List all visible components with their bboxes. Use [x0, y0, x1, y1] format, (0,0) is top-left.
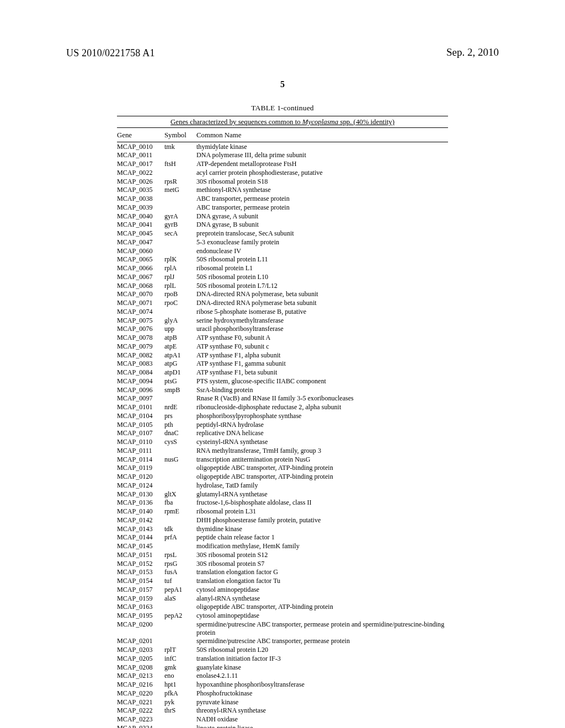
- cell-common-name: replicative DNA helicase: [196, 429, 448, 438]
- cell-gene: MCAP_0143: [117, 524, 164, 533]
- table-row: MCAP_0130gltXglutamyl-tRNA synthetase: [117, 490, 448, 499]
- cell-common-name: hypoxanthine phosphoribosyltransferase: [196, 681, 448, 689]
- cell-symbol: eno: [164, 672, 196, 681]
- table-row: MCAP_0195pepA2cytosol aminopeptidase: [117, 612, 448, 620]
- cell-gene: MCAP_0213: [117, 672, 164, 681]
- cell-symbol: pfkA: [164, 689, 196, 698]
- table-row: MCAP_0153fusAtranslation elongation fact…: [117, 568, 448, 577]
- cell-symbol: [164, 307, 196, 316]
- cell-common-name: oligopeptide ABC transporter, ATP-bindin…: [196, 464, 448, 473]
- table-row: MCAP_0111RNA methyltransferase, TrmH fam…: [117, 446, 448, 455]
- table-row: MCAP_0097Rnase R (VacB) and RNase II fam…: [117, 394, 448, 403]
- cell-common-name: ATP synthase F0, subunit c: [196, 342, 448, 351]
- cell-symbol: pth: [164, 420, 196, 429]
- cell-gene: MCAP_0220: [117, 689, 164, 698]
- cell-gene: MCAP_0078: [117, 334, 164, 342]
- table-row: MCAP_0163oligopeptide ABC transporter, A…: [117, 603, 448, 612]
- table-row: MCAP_0041gyrBDNA gyrase, B subunit: [117, 221, 448, 229]
- cell-symbol: atpB: [164, 334, 196, 342]
- table-row: MCAP_0203rplT50S ribosomal protein L20: [117, 646, 448, 655]
- cell-symbol: ptsG: [164, 377, 196, 386]
- cell-symbol: [164, 151, 196, 160]
- table-subtitle: Genes characterized by sequences common …: [117, 118, 448, 126]
- cell-gene: MCAP_0075: [117, 316, 164, 325]
- cell-symbol: nusG: [164, 455, 196, 464]
- cell-symbol: rplJ: [164, 272, 196, 281]
- table-row: MCAP_0201spermidine/putrescine ABC trans…: [117, 637, 448, 646]
- table-row: MCAP_0220pfkAPhosphofructokinase: [117, 689, 448, 698]
- cell-common-name: SsrA-binding protein: [196, 386, 448, 394]
- cell-gene: MCAP_0153: [117, 568, 164, 577]
- table-row: MCAP_0038ABC transporter, permease prote…: [117, 195, 448, 204]
- cell-gene: MCAP_0060: [117, 247, 164, 255]
- table-row: MCAP_0208gmkguanylate kinase: [117, 663, 448, 672]
- cell-gene: MCAP_0221: [117, 698, 164, 706]
- cell-common-name: hydrolase, TatD family: [196, 481, 448, 490]
- table-row: MCAP_0083atpGATP synthase F1, gamma subu…: [117, 360, 448, 368]
- table-row: MCAP_0076uppuracil phosphoribosyltransfe…: [117, 325, 448, 334]
- cell-symbol: [164, 446, 196, 455]
- cell-symbol: ftsH: [164, 160, 196, 169]
- table-subtitle-pre: Genes characterized by sequences common …: [170, 118, 302, 126]
- table-row: MCAP_0068rplL50S ribosomal protein L7/L1…: [117, 281, 448, 290]
- table-row: MCAP_0142DHH phosphoesterase family prot…: [117, 516, 448, 524]
- genes-table: Gene Symbol Common Name MCAP_0010tmkthym…: [117, 129, 448, 728]
- page-header: US 2010/0221758 A1 Sep. 2, 2010: [61, 34, 504, 61]
- table-row: MCAP_0096smpBSsrA-binding protein: [117, 386, 448, 394]
- cell-common-name: modification methylase, HemK family: [196, 542, 448, 551]
- cell-gene: MCAP_0022: [117, 168, 164, 177]
- cell-gene: MCAP_0097: [117, 394, 164, 403]
- table-row: MCAP_0205infCtranslation initiation fact…: [117, 654, 448, 663]
- cell-common-name: oligopeptide ABC transporter, ATP-bindin…: [196, 473, 448, 481]
- cell-common-name: DNA polymerase III, delta prime subunit: [196, 151, 448, 160]
- cell-gene: MCAP_0107: [117, 429, 164, 438]
- cell-common-name: pyruvate kinase: [196, 698, 448, 706]
- table-row: MCAP_0223NADH oxidase: [117, 715, 448, 724]
- table-row: MCAP_0222thrSthreonyl-tRNA synthetase: [117, 706, 448, 715]
- cell-common-name: lipoate-protein ligase: [196, 724, 448, 728]
- table-row: MCAP_0035metGmethionyl-tRNA synthetase: [117, 186, 448, 195]
- cell-gene: MCAP_0094: [117, 377, 164, 386]
- publication-number: US 2010/0221758 A1: [66, 47, 155, 59]
- page-number: 5: [61, 79, 504, 89]
- cell-gene: MCAP_0201: [117, 637, 164, 646]
- cell-common-name: NADH oxidase: [196, 715, 448, 724]
- cell-common-name: guanylate kinase: [196, 663, 448, 672]
- cell-common-name: 50S ribosomal protein L7/L12: [196, 281, 448, 290]
- cell-symbol: secA: [164, 229, 196, 238]
- col-common-name: Common Name: [196, 129, 448, 142]
- cell-common-name: acyl carrier protein phosphodiesterase, …: [196, 168, 448, 177]
- cell-symbol: atpE: [164, 342, 196, 351]
- cell-gene: MCAP_0130: [117, 490, 164, 499]
- cell-symbol: [164, 168, 196, 177]
- cell-common-name: spermidine/putrescine ABC transporter, p…: [196, 637, 448, 646]
- cell-gene: MCAP_0208: [117, 663, 164, 672]
- table-row: MCAP_0151rpsL30S ribosomal protein S12: [117, 550, 448, 559]
- cell-common-name: PTS system, glucose-specific IIABC compo…: [196, 377, 448, 386]
- cell-common-name: oligopeptide ABC transporter, ATP-bindin…: [196, 603, 448, 612]
- cell-symbol: [164, 481, 196, 490]
- cell-common-name: ABC transporter, permease protein: [196, 195, 448, 204]
- cell-gene: MCAP_0216: [117, 681, 164, 689]
- cell-common-name: ATP synthase F0, subunit A: [196, 334, 448, 342]
- table-row: MCAP_0213enoenolase4.2.1.11: [117, 672, 448, 681]
- cell-common-name: peptidyl-tRNA hydrolase: [196, 420, 448, 429]
- cell-common-name: DNA-directed RNA polymerase, beta subuni…: [196, 290, 448, 299]
- table-row: MCAP_0114nusGtranscription antiterminati…: [117, 455, 448, 464]
- table-row: MCAP_0136fbafructose-1,6-bisphosphate al…: [117, 499, 448, 507]
- col-gene: Gene: [117, 129, 164, 142]
- cell-common-name: glutamyl-tRNA synthetase: [196, 490, 448, 499]
- cell-common-name: ribose 5-phosphate isomerase B, putative: [196, 307, 448, 316]
- cell-common-name: cysteinyl-tRNA synthetase: [196, 438, 448, 447]
- cell-gene: MCAP_0203: [117, 646, 164, 655]
- cell-symbol: [164, 195, 196, 204]
- cell-common-name: DNA-directed RNA polymerase beta subunit: [196, 299, 448, 308]
- cell-gene: MCAP_0045: [117, 229, 164, 238]
- cell-common-name: transcription antitermination protein Nu…: [196, 455, 448, 464]
- cell-gene: MCAP_0120: [117, 473, 164, 481]
- cell-common-name: DNA gyrase, A subunit: [196, 212, 448, 221]
- cell-symbol: dnaC: [164, 429, 196, 438]
- cell-common-name: translation elongation factor G: [196, 568, 448, 577]
- cell-common-name: 50S ribosomal protein L10: [196, 272, 448, 281]
- cell-symbol: [164, 637, 196, 646]
